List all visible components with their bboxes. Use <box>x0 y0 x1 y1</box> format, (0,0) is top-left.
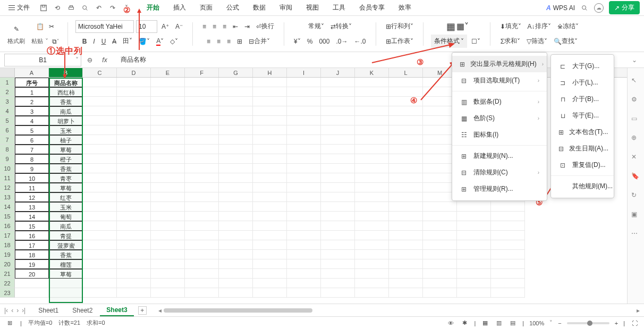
file-menu[interactable]: 文件 <box>4 1 34 14</box>
cell[interactable] <box>321 97 355 106</box>
cell[interactable]: 11 <box>15 183 49 192</box>
col-header-I[interactable]: I <box>287 68 321 77</box>
row-header[interactable]: 23 <box>0 288 15 298</box>
cell[interactable] <box>253 135 287 145</box>
cell[interactable] <box>151 212 185 221</box>
cell[interactable] <box>185 183 219 192</box>
cell[interactable] <box>355 183 389 192</box>
cell[interactable] <box>151 288 185 298</box>
wrap-text-button[interactable]: ⏎ 换行 <box>254 21 276 32</box>
cell[interactable] <box>83 106 117 116</box>
cell[interactable] <box>321 183 355 192</box>
cell[interactable] <box>117 145 151 154</box>
sum-button[interactable]: Σ 求和˅ <box>498 36 522 47</box>
cell[interactable] <box>457 240 491 250</box>
cell[interactable] <box>151 183 185 192</box>
cell[interactable] <box>151 106 185 116</box>
increase-font-button[interactable]: A⁺ <box>159 22 171 31</box>
cell[interactable] <box>117 259 151 269</box>
cell[interactable] <box>151 250 185 259</box>
cell[interactable] <box>491 288 525 298</box>
bookmark-rail-icon[interactable]: 🔖 <box>631 172 641 182</box>
row-header[interactable]: 20 <box>0 259 15 269</box>
cell[interactable] <box>117 221 151 231</box>
undo-icon[interactable]: ↶ <box>95 4 103 12</box>
cell[interactable] <box>117 106 151 116</box>
view-normal-icon[interactable]: ▦ <box>481 319 489 327</box>
cell[interactable] <box>117 78 151 87</box>
cell[interactable]: 青提 <box>49 231 83 240</box>
row-header[interactable]: 10 <box>0 164 15 173</box>
tab-insert[interactable]: 插入 <box>167 0 192 15</box>
sheet-tab-2[interactable]: Sheet2 <box>66 305 99 316</box>
wps-ai-button[interactable]: A WPS AI <box>546 4 575 12</box>
submenu-less[interactable]: ⊐小于(L)... <box>551 74 614 91</box>
cell[interactable] <box>321 221 355 231</box>
cell[interactable] <box>389 154 423 164</box>
strikethrough-button[interactable]: A̶ <box>110 37 118 46</box>
filter-button[interactable]: ▽ 筛选˅ <box>524 36 549 47</box>
cell[interactable] <box>389 145 423 154</box>
cell[interactable] <box>457 279 491 288</box>
cell[interactable] <box>457 212 491 221</box>
cell[interactable] <box>389 269 423 279</box>
fx-icon[interactable]: fx <box>100 56 109 64</box>
cell[interactable] <box>253 240 287 250</box>
cell[interactable] <box>253 183 287 192</box>
cell[interactable] <box>185 145 219 154</box>
cell[interactable] <box>321 259 355 269</box>
font-name-select[interactable]: Microsoft YaHei <box>75 20 134 33</box>
row-header[interactable]: 9 <box>0 154 15 164</box>
cell[interactable] <box>355 240 389 250</box>
cell[interactable] <box>457 221 491 231</box>
cell[interactable] <box>117 97 151 106</box>
cell[interactable] <box>83 288 117 298</box>
cell[interactable] <box>321 125 355 135</box>
cell[interactable] <box>355 192 389 202</box>
align-center-button[interactable]: ≡ <box>215 37 223 46</box>
cell[interactable]: 橙子 <box>49 154 83 164</box>
sort-button[interactable]: A↓ 排序˅ <box>526 21 553 32</box>
row-header[interactable]: 2 <box>0 87 15 97</box>
cell[interactable] <box>219 183 253 192</box>
bold-button[interactable]: B <box>80 37 89 46</box>
cell[interactable] <box>117 231 151 240</box>
cell[interactable] <box>287 288 321 298</box>
cell[interactable] <box>219 116 253 125</box>
cell[interactable] <box>321 116 355 125</box>
cell[interactable] <box>355 145 389 154</box>
format-as-table-button[interactable]: ☐˅ <box>469 37 482 46</box>
cell[interactable] <box>321 212 355 221</box>
cell[interactable]: 商品名称 <box>49 78 83 87</box>
cell[interactable] <box>321 135 355 145</box>
cell[interactable]: 序号 <box>15 78 49 87</box>
fullscreen-icon[interactable]: ⛶ <box>630 319 639 327</box>
cell[interactable]: 4 <box>15 116 49 125</box>
row-header[interactable]: 5 <box>0 116 15 125</box>
submenu-date[interactable]: ⊟发生日期(A)... <box>551 140 614 157</box>
cell[interactable] <box>117 240 151 250</box>
tab-efficiency[interactable]: 效率 <box>392 0 418 15</box>
cell[interactable] <box>287 78 321 87</box>
cell[interactable] <box>355 212 389 221</box>
cell[interactable] <box>423 279 457 288</box>
decrease-decimal-button[interactable]: ←.0 <box>352 37 368 46</box>
submenu-text-contains[interactable]: ⊞文本包含(T)... <box>551 124 614 140</box>
cell[interactable] <box>117 212 151 221</box>
merge-across-button[interactable]: ⊞ <box>235 37 244 46</box>
cell[interactable] <box>491 259 525 269</box>
cell[interactable]: 2 <box>15 97 49 106</box>
cell[interactable]: 柚子 <box>49 135 83 145</box>
paste-icon[interactable]: 📋 <box>35 22 45 31</box>
col-header-C[interactable]: C <box>83 68 117 77</box>
cell[interactable] <box>151 78 185 87</box>
col-header-L[interactable]: L <box>389 68 423 77</box>
cell[interactable] <box>389 212 423 221</box>
cell[interactable] <box>83 125 117 135</box>
tab-data[interactable]: 数据 <box>247 0 272 15</box>
cell[interactable] <box>355 135 389 145</box>
cell[interactable]: 9 <box>15 164 49 173</box>
border-button[interactable]: 田˅ <box>121 36 134 47</box>
cell[interactable] <box>253 212 287 221</box>
cell[interactable] <box>287 231 321 240</box>
